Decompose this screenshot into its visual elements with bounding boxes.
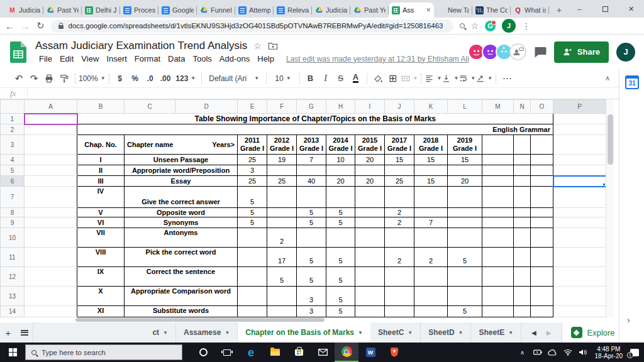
bookmark-star-icon[interactable]: ☆ [471,21,479,31]
tab-close-icon[interactable]: ✕ [426,7,431,13]
maximize-button[interactable] [592,0,618,18]
cell-marks[interactable] [414,287,448,306]
browser-tab[interactable]: Process [120,3,158,18]
sheet-tab-menu-icon[interactable]: ▼ [408,330,413,336]
cell[interactable] [514,135,531,155]
menu-edit[interactable]: Edit [56,53,77,64]
cell[interactable] [25,267,77,287]
cell-marks[interactable]: 15 [414,176,448,187]
header-year-2012[interactable]: 2012Grade I [267,135,297,155]
cell-marks[interactable]: 20 [355,155,385,165]
cell-chapter-name[interactable]: Substitute words [125,306,238,317]
cell-marks[interactable] [238,267,267,287]
column-header-A[interactable]: A [25,100,77,114]
cell-chap-no[interactable]: II [77,165,125,176]
cell-marks[interactable]: 2 [385,248,414,267]
cell-marks[interactable] [414,187,448,208]
explore-button[interactable]: Explore [562,322,624,343]
side-panel-collapse-icon[interactable]: › [627,315,630,325]
header-year-2017[interactable]: 2017Grade I [385,135,414,155]
cell[interactable] [531,187,553,208]
cell-chapter-name[interactable]: Pick the correct word [125,248,238,267]
cell[interactable] [514,306,531,317]
cell[interactable] [553,208,606,217]
cell[interactable] [482,287,514,306]
decrease-decimals-icon[interactable]: .0 [143,71,158,86]
cell[interactable] [514,228,531,248]
cell-marks[interactable] [385,187,414,208]
back-button[interactable]: ← [5,21,14,31]
cell-chap-no[interactable]: VI [77,217,125,228]
column-header-D[interactable]: D [175,100,238,114]
mail-icon[interactable] [311,343,335,362]
row-header-5[interactable]: 5 [1,165,25,176]
row-header-8[interactable]: 8 [1,208,25,217]
cell-marks[interactable] [297,187,326,208]
horizontal-align-icon[interactable]: ▼ [425,71,441,86]
cell[interactable] [514,208,531,217]
cell[interactable] [482,176,514,187]
header-year-2013[interactable]: 2013Grade I [297,135,326,155]
row-header-1[interactable]: 1 [1,114,25,124]
cell-marks[interactable] [448,228,482,248]
selected-cell[interactable] [553,176,606,187]
column-header-H[interactable]: H [326,100,355,114]
grid-table[interactable]: ABCDEFGHIJKLMNOP1Table Showing Importanc… [0,99,607,317]
cell-chapter-name[interactable]: Synonyms [125,217,238,228]
cell[interactable] [25,124,77,135]
browser-tab[interactable]: Past Ye [43,3,82,18]
grammarly-extension-icon[interactable]: G [485,21,496,31]
move-to-folder-icon[interactable] [268,41,278,50]
sheet-tab-menu-icon[interactable]: ▼ [225,330,230,336]
format-percent-icon[interactable]: % [128,71,143,86]
edge-icon[interactable]: e [239,343,263,362]
paint-format-icon[interactable] [57,71,72,86]
reload-button[interactable]: ↻ [36,20,45,31]
menu-data[interactable]: Data [164,53,189,64]
cell-marks[interactable] [238,248,267,267]
column-header-F[interactable]: F [267,100,297,114]
column-header-K[interactable]: K [414,100,448,114]
cell-marks[interactable]: 19 [267,155,297,165]
cell-chapter-name[interactable]: Appropriate Comparison word [125,287,238,306]
zoom-icon[interactable] [460,23,465,28]
wifi-icon[interactable] [561,343,575,362]
volume-icon[interactable] [576,343,590,362]
menu-add-ons[interactable]: Add-ons [216,53,253,64]
cell-marks[interactable] [267,165,297,176]
cell[interactable] [553,165,606,176]
browser-tab[interactable]: Attemp [235,3,274,18]
cell-marks[interactable]: 15 [414,155,448,165]
cell-chapter-name[interactable]: Correct the sentence [125,267,238,287]
sheet-tab[interactable]: Assamese▼ [176,322,238,343]
cell-chapter-name[interactable]: Unseen Passage [125,155,238,165]
cell-marks[interactable]: 5 [326,208,355,217]
column-header-C[interactable]: C [125,100,175,114]
cell[interactable] [531,306,553,317]
start-button[interactable] [0,343,25,362]
cell[interactable] [514,217,531,228]
cell[interactable] [553,228,606,248]
cell-marks[interactable] [385,165,414,176]
browser-tab[interactable]: Judiciar [312,3,350,18]
browser-tab[interactable]: Ass✕ [389,3,434,18]
cell-marks[interactable]: 5 [326,217,355,228]
anonymous-viewer-avatar[interactable] [509,43,526,60]
taskbar-search[interactable]: Type here to search [25,344,182,360]
cell-marks[interactable]: 7 [414,217,448,228]
forward-button[interactable]: → [21,21,30,31]
table-title-cell[interactable]: Table Showing Importance of Chapter/Topi… [77,114,553,124]
table-subtitle-cell[interactable]: English Grammar [77,124,553,135]
vertical-align-icon[interactable]: ▼ [441,71,458,86]
cell[interactable] [482,135,514,155]
account-avatar[interactable]: J [616,43,635,62]
cell-marks[interactable] [414,165,448,176]
header-year-2014[interactable]: 2014Grade I [326,135,355,155]
cell-marks[interactable] [355,228,385,248]
cell-marks[interactable]: 5 [297,267,326,287]
next-sheets-icon[interactable]: ▶ [547,329,552,336]
cell-marks[interactable] [414,306,448,317]
cell-marks[interactable]: 3 [297,306,326,317]
row-header-4[interactable]: 4 [1,155,25,165]
cell[interactable] [25,287,77,306]
